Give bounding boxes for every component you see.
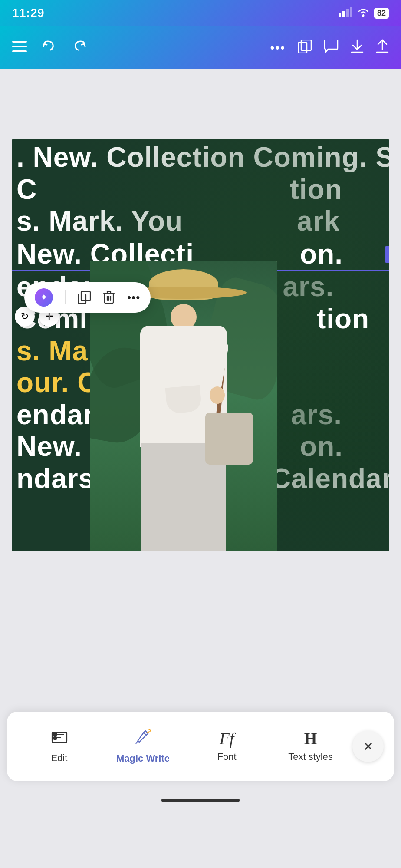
svg-point-16 bbox=[147, 732, 149, 733]
canvas-area: . New. Collection Coming. Soo C tion s. … bbox=[0, 69, 401, 807]
svg-rect-7 bbox=[12, 50, 27, 52]
more-options-icon[interactable]: ••• bbox=[270, 41, 286, 55]
ai-icon: ✦ bbox=[40, 292, 48, 303]
battery-level: 82 bbox=[374, 8, 389, 19]
delete-button[interactable] bbox=[103, 290, 115, 304]
toolbar-right: ••• bbox=[270, 39, 389, 57]
status-icons: 82 bbox=[339, 7, 389, 20]
bottom-toolbar: Edit Magic Write Ff Font H Text styles bbox=[7, 712, 394, 781]
toolbar-left bbox=[12, 40, 86, 56]
context-menu[interactable]: ✦ ••• bbox=[24, 282, 151, 313]
divider-1 bbox=[65, 290, 66, 304]
magic-write-icon bbox=[135, 729, 151, 749]
svg-rect-15 bbox=[54, 737, 56, 739]
svg-rect-6 bbox=[12, 46, 27, 47]
app-toolbar: ••• bbox=[0, 26, 401, 69]
comment-icon[interactable] bbox=[324, 40, 339, 56]
font-icon: Ff bbox=[220, 730, 234, 747]
svg-rect-14 bbox=[54, 733, 56, 736]
duplicate-icon[interactable] bbox=[298, 40, 312, 56]
font-label: Font bbox=[217, 751, 236, 762]
wifi-icon bbox=[357, 7, 370, 20]
close-button[interactable]: ✕ bbox=[352, 731, 384, 762]
svg-rect-9 bbox=[301, 40, 311, 50]
svg-point-4 bbox=[362, 14, 364, 17]
font-tool[interactable]: Ff Font bbox=[185, 730, 269, 762]
copy-button[interactable] bbox=[78, 291, 91, 304]
download-icon[interactable] bbox=[351, 39, 364, 57]
edit-icon bbox=[51, 729, 68, 748]
text-styles-tool[interactable]: H Text styles bbox=[269, 730, 352, 762]
menu-icon[interactable] bbox=[12, 40, 27, 55]
text-row-1: . New. Collection Coming. Soo bbox=[12, 142, 389, 174]
magic-write-label: Magic Write bbox=[116, 753, 170, 764]
design-card[interactable]: . New. Collection Coming. Soo C tion s. … bbox=[12, 139, 389, 551]
text-row-2: C tion bbox=[12, 174, 389, 206]
edit-tool[interactable]: Edit bbox=[17, 729, 101, 764]
text-row-3: s. Mark. You ark bbox=[12, 205, 389, 238]
status-time: 11:29 bbox=[12, 6, 44, 20]
ai-button[interactable]: ✦ bbox=[35, 288, 53, 307]
undo-icon[interactable] bbox=[43, 40, 56, 56]
status-bar: 11:29 82 bbox=[0, 0, 401, 26]
svg-rect-0 bbox=[339, 13, 341, 17]
text-styles-icon: H bbox=[304, 730, 317, 747]
share-icon[interactable] bbox=[376, 39, 389, 57]
svg-rect-3 bbox=[350, 7, 352, 17]
more-button[interactable]: ••• bbox=[127, 291, 140, 304]
magic-write-tool[interactable]: Magic Write bbox=[101, 729, 185, 764]
svg-rect-1 bbox=[342, 11, 345, 17]
svg-rect-8 bbox=[298, 43, 307, 53]
svg-rect-10 bbox=[78, 294, 86, 304]
svg-rect-5 bbox=[12, 41, 27, 43]
redo-icon[interactable] bbox=[72, 40, 86, 56]
signal-icon bbox=[339, 7, 352, 20]
svg-rect-2 bbox=[346, 9, 349, 17]
home-indicator bbox=[161, 799, 240, 802]
close-icon: ✕ bbox=[363, 739, 373, 754]
edit-label: Edit bbox=[51, 752, 68, 764]
text-styles-label: Text styles bbox=[288, 751, 333, 762]
